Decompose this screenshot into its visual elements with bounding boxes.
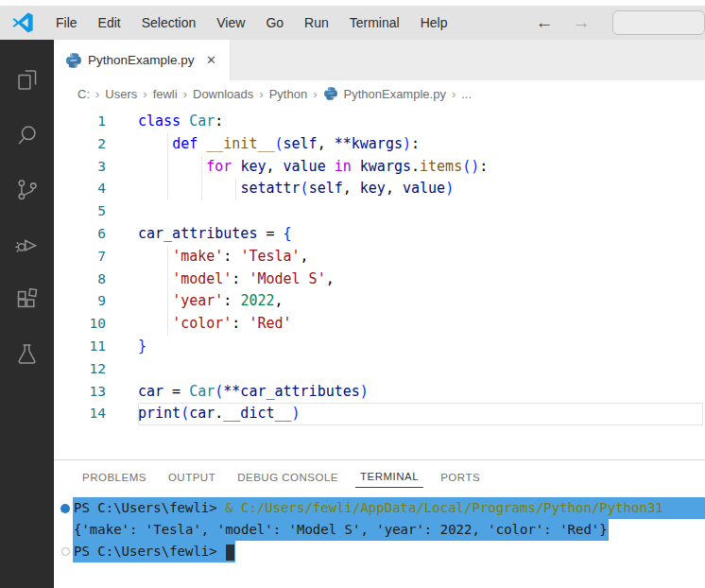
menu-items: FileEditSelectionViewGoRunTerminalHelp xyxy=(45,11,457,34)
code-token: car_attributes xyxy=(138,225,257,242)
code-line-content: 'make': 'Tesla', xyxy=(138,246,705,268)
terminal-gutter xyxy=(58,541,73,562)
extensions-icon[interactable] xyxy=(5,271,50,326)
code-line[interactable]: 3 for key, value in kwargs.items(): xyxy=(54,156,705,179)
forward-arrow-icon[interactable]: → xyxy=(562,12,599,33)
line-number[interactable]: 2 xyxy=(54,133,106,156)
line-number[interactable]: 10 xyxy=(54,313,106,336)
code-line[interactable]: 8 'model': 'Model S', xyxy=(54,268,705,291)
panel-tab-bar: PROBLEMSOUTPUTDEBUG CONSOLETERMINALPORTS xyxy=(54,460,705,492)
terminal-gutter xyxy=(58,519,73,541)
line-number[interactable]: 6 xyxy=(54,223,106,246)
line-number[interactable]: 9 xyxy=(54,290,106,313)
command-search-box[interactable] xyxy=(612,10,705,35)
menu-item-file[interactable]: File xyxy=(45,11,88,34)
menu-item-run[interactable]: Run xyxy=(294,11,339,34)
run-debug-icon[interactable] xyxy=(5,216,50,271)
code-line-content: setattr(self, key, value) xyxy=(138,178,705,200)
line-number[interactable]: 5 xyxy=(54,200,106,223)
line-number[interactable]: 7 xyxy=(54,246,106,268)
terminal-line[interactable]: PS C:\Users\fewli> & C:/Users/fewli/AppD… xyxy=(58,497,705,519)
line-number[interactable]: 1 xyxy=(54,111,106,133)
back-arrow-icon[interactable]: ← xyxy=(525,12,562,33)
code-token: : xyxy=(215,112,223,130)
code-line[interactable]: 2 def __init__(self, **kwargs): xyxy=(54,133,705,156)
breadcrumb-segment[interactable]: Python xyxy=(267,87,309,101)
bottom-panel: PROBLEMSOUTPUTDEBUG CONSOLETERMINALPORTS… xyxy=(54,459,705,588)
code-token: . xyxy=(215,405,223,422)
panel-tab-terminal[interactable]: TERMINAL xyxy=(355,464,423,488)
code-token: items xyxy=(420,158,462,175)
code-line[interactable]: 13car = Car(**car_attributes) xyxy=(54,381,705,404)
code-line[interactable]: 6car_attributes = { xyxy=(54,223,705,246)
code-line[interactable]: 1class Car: xyxy=(54,111,705,133)
line-number[interactable]: 4 xyxy=(54,178,106,200)
menu-item-go[interactable]: Go xyxy=(255,11,294,34)
testing-icon[interactable] xyxy=(5,326,50,381)
history-nav: ← → xyxy=(525,12,599,33)
code-line-content: 'year': 2022, xyxy=(138,290,705,313)
code-token: 'Red' xyxy=(249,315,291,332)
code-line[interactable]: 12 xyxy=(54,358,705,381)
code-line[interactable]: 14print(car.__dict__) xyxy=(54,403,705,425)
code-line[interactable]: 7 'make': 'Tesla', xyxy=(54,246,705,268)
code-token: : xyxy=(411,135,420,152)
code-line[interactable]: 5 xyxy=(54,200,705,223)
code-line[interactable]: 10 'color': 'Red' xyxy=(54,313,705,336)
terminal-line[interactable]: PS C:\Users\fewli> xyxy=(58,541,705,562)
tab-close-icon[interactable]: ✕ xyxy=(202,51,220,69)
code-token: **kwargs xyxy=(335,135,403,152)
terminal-line[interactable]: {'make': 'Tesla', 'model': 'Model S', 'y… xyxy=(58,519,705,541)
menu-item-edit[interactable]: Edit xyxy=(88,11,131,34)
code-line-content: 'color': 'Red' xyxy=(138,313,705,336)
breadcrumb-segment[interactable]: C: xyxy=(76,87,92,101)
menu-item-help[interactable]: Help xyxy=(410,11,458,34)
code-token: value xyxy=(403,180,445,197)
search-icon[interactable] xyxy=(5,107,50,162)
activity-bar xyxy=(0,40,54,588)
code-token: , xyxy=(266,158,283,175)
code-token: key xyxy=(240,158,266,175)
line-number[interactable]: 13 xyxy=(54,381,106,404)
panel-tab-output[interactable]: OUTPUT xyxy=(163,465,220,488)
chevron-right-icon: › xyxy=(255,87,267,101)
command-ran-dot-icon[interactable] xyxy=(60,504,70,513)
code-line[interactable]: 11} xyxy=(54,336,705,358)
panel-tab-debug-console[interactable]: DEBUG CONSOLE xyxy=(232,465,343,488)
menu-item-terminal[interactable]: Terminal xyxy=(339,11,410,34)
tab-pythonexample[interactable]: PythonExample.py ✕ xyxy=(54,40,231,80)
line-number[interactable]: 12 xyxy=(54,358,106,381)
breadcrumb-trailing[interactable]: ... xyxy=(459,87,473,101)
menu-item-selection[interactable]: Selection xyxy=(131,11,207,34)
menu-item-view[interactable]: View xyxy=(206,11,255,34)
line-number[interactable]: 8 xyxy=(54,268,106,291)
code-line[interactable]: 9 'year': 2022, xyxy=(54,290,705,313)
code-token: 'model' xyxy=(172,270,232,287)
line-number[interactable]: 11 xyxy=(54,336,106,358)
terminal-token: PS C:\Users\fewli> xyxy=(74,500,225,515)
code-line[interactable]: 4 setattr(self, key, value) xyxy=(54,178,705,200)
indent-guide xyxy=(201,178,202,200)
code-editor[interactable]: 1class Car:2 def __init__(self, **kwargs… xyxy=(54,107,705,459)
line-number[interactable]: 3 xyxy=(54,156,106,179)
terminal-text: {'make': 'Tesla', 'model': 'Model S', 'y… xyxy=(73,519,609,541)
line-number[interactable]: 14 xyxy=(54,403,106,425)
indent-guide xyxy=(167,133,168,156)
code-token: class xyxy=(138,112,189,130)
breadcrumb-segment[interactable]: Users xyxy=(103,87,139,101)
breadcrumb-segment[interactable]: Downloads xyxy=(191,87,255,101)
panel-tab-ports[interactable]: PORTS xyxy=(436,465,485,488)
panel-tab-problems[interactable]: PROBLEMS xyxy=(77,465,151,488)
code-token: Car xyxy=(189,383,215,400)
source-control-icon[interactable] xyxy=(5,162,50,216)
explorer-icon[interactable] xyxy=(5,52,50,107)
terminal[interactable]: PS C:\Users\fewli> & C:/Users/fewli/AppD… xyxy=(54,492,705,588)
code-token: setattr xyxy=(240,180,300,197)
code-token: : xyxy=(223,248,240,265)
code-token: : xyxy=(232,270,249,287)
breadcrumb-segment[interactable]: fewli xyxy=(151,87,180,101)
terminal-cursor xyxy=(226,545,234,561)
prompt-circle-icon[interactable] xyxy=(61,547,70,556)
code-line-content xyxy=(138,358,705,381)
breadcrumb-file[interactable]: PythonExample.py xyxy=(342,87,448,101)
